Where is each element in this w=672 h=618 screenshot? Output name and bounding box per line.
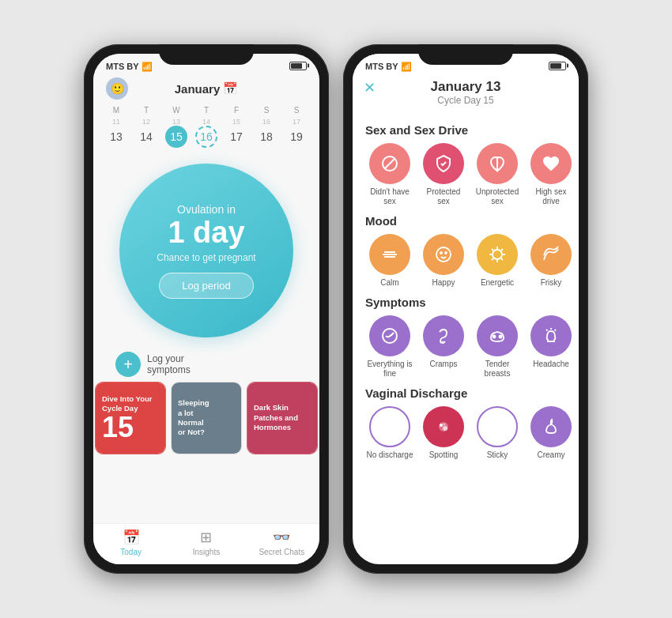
sym-creamy[interactable]: Creamy	[527, 406, 576, 460]
card1-num: 15	[102, 413, 159, 442]
right-screen: MTS BY 📶 ✕ January 13 Cycle Day 15 Sex a…	[353, 54, 579, 564]
insights-icon: ⊞	[200, 529, 212, 546]
sym-sticky[interactable]: Sticky	[473, 406, 522, 460]
right-phone: MTS BY 📶 ✕ January 13 Cycle Day 15 Sex a…	[343, 44, 588, 574]
sym-happy[interactable]: Happy	[419, 234, 468, 288]
svg-point-9	[493, 250, 502, 259]
close-button[interactable]: ✕	[364, 79, 376, 96]
right-header: ✕ January 13 Cycle Day 15	[353, 76, 579, 112]
sym-no-discharge[interactable]: No discharge	[365, 406, 414, 460]
everything-label: Everything isfine	[367, 360, 412, 379]
today-label: Today	[120, 548, 142, 556]
cal-day-19[interactable]: 17 19	[281, 116, 311, 149]
calm-label: Calm	[380, 278, 398, 288]
day-S: S	[251, 106, 281, 115]
svg-line-15	[501, 258, 503, 260]
headache-circle	[530, 315, 572, 356]
spotting-label: Spotting	[429, 450, 459, 460]
sym-unprotected[interactable]: Unprotectedsex	[473, 143, 522, 206]
svg-line-25	[555, 330, 557, 331]
nav-insights[interactable]: ⊞ Insights	[168, 529, 244, 556]
notch-right	[418, 44, 513, 65]
ovul-chance: Chance to get pregnant	[157, 252, 255, 263]
month-label: January	[175, 82, 221, 96]
svg-point-7	[440, 252, 442, 254]
sym-everything-fine[interactable]: Everything isfine	[365, 315, 414, 379]
day-M: M	[101, 106, 131, 115]
section-sex: Sex and Sex Drive	[365, 123, 566, 137]
cal-day-13[interactable]: 11 13	[101, 116, 131, 149]
sticky-label: Sticky	[487, 450, 508, 460]
svg-line-24	[546, 330, 548, 331]
cramps-circle	[423, 315, 464, 356]
sym-energetic[interactable]: Energetic	[473, 234, 522, 288]
day-T: T	[131, 106, 161, 115]
bottom-nav: 📅 Today ⊞ Insights 👓 Secret Chats	[93, 523, 319, 564]
tender-circle	[477, 315, 518, 356]
right-content: Sex and Sex Drive Didn't havesex	[353, 112, 579, 564]
sym-spotting[interactable]: Spotting	[419, 406, 468, 460]
secret-chats-label: Secret Chats	[259, 548, 304, 556]
sym-protected[interactable]: Protectedsex	[419, 143, 468, 206]
calendar-icon: 📅	[223, 81, 238, 96]
card-cycle-day[interactable]: Dive Into YourCycle Day 15	[95, 382, 166, 454]
left-phone: MTS BY 📶 🙂 January 📅 M T W	[84, 44, 329, 574]
battery-icon	[289, 62, 307, 72]
card2-title: Sleepinga lotNormalor Not?	[178, 398, 235, 437]
today-icon: 📅	[123, 529, 140, 546]
ovulation-circle: Ovulation in 1 day Chance to get pregnan…	[119, 164, 293, 337]
ovul-label: Ovulation in	[177, 203, 236, 216]
cal-days-header: M T W T F S S	[101, 106, 311, 115]
everything-circle	[369, 315, 410, 356]
frisky-circle	[530, 234, 572, 275]
avatar[interactable]: 🙂	[106, 77, 128, 100]
unprotected-circle	[477, 143, 518, 184]
cal-day-14[interactable]: 12 14	[131, 116, 161, 149]
card-dark-skin[interactable]: Dark SkinPatches andHormones	[247, 382, 318, 454]
discharge-icons-row: No discharge Spotting	[365, 406, 566, 460]
no-sex-circle	[369, 143, 410, 184]
card3-title: Dark SkinPatches andHormones	[254, 403, 311, 432]
svg-point-6	[436, 247, 451, 262]
cards-row: Dive Into YourCycle Day 15 Sleepinga lot…	[93, 382, 319, 462]
sym-tender-breasts[interactable]: Tenderbreasts	[473, 315, 522, 379]
log-period-button[interactable]: Log period	[159, 273, 253, 299]
cal-day-15-today[interactable]: 13 15	[161, 116, 191, 149]
symptoms-icons-row: Everything isfine Cramps	[365, 315, 566, 379]
right-cycle-day: Cycle Day 15	[365, 95, 566, 106]
section-mood: Mood	[365, 214, 566, 228]
add-symptoms-button[interactable]: +	[115, 352, 141, 377]
sym-frisky[interactable]: Frisky	[527, 234, 576, 288]
card-sleeping[interactable]: Sleepinga lotNormalor Not?	[171, 382, 242, 454]
symptoms-row: + Log yoursymptoms	[106, 347, 307, 382]
main-content: Ovulation in 1 day Chance to get pregnan…	[93, 156, 319, 523]
carrier-text: MTS BY	[106, 62, 139, 71]
protected-circle	[423, 143, 464, 184]
cal-day-17[interactable]: 15 17	[221, 116, 251, 149]
insights-label: Insights	[193, 548, 220, 556]
svg-point-21	[493, 336, 496, 338]
carrier-left: MTS BY 📶	[106, 62, 153, 72]
left-screen: MTS BY 📶 🙂 January 📅 M T W	[93, 54, 319, 564]
unprotected-label: Unprotectedsex	[476, 187, 519, 206]
sym-high-drive[interactable]: High sex drive	[527, 143, 576, 206]
sym-calm[interactable]: Calm	[365, 234, 414, 288]
sym-headache[interactable]: Headache	[527, 315, 576, 379]
svg-point-28	[443, 426, 447, 431]
sym-no-sex[interactable]: Didn't havesex	[365, 143, 414, 206]
section-discharge: Vaginal Discharge	[365, 386, 566, 400]
battery-icon-right	[549, 62, 566, 72]
cal-day-16-outline[interactable]: 14 16	[191, 116, 221, 149]
cal-days-row: 11 13 12 14 13 15 14 16 15 17	[101, 116, 311, 149]
nav-today[interactable]: 📅 Today	[93, 529, 168, 556]
protected-label: Protectedsex	[427, 187, 461, 206]
svg-line-16	[501, 249, 503, 251]
happy-label: Happy	[432, 278, 455, 288]
carrier-text-right: MTS BY	[365, 62, 398, 71]
cal-day-18[interactable]: 16 18	[251, 116, 281, 149]
sym-cramps[interactable]: Cramps	[419, 315, 468, 379]
calm-circle	[369, 234, 410, 275]
svg-line-14	[492, 249, 493, 251]
tender-label: Tenderbreasts	[485, 360, 511, 379]
nav-secret-chats[interactable]: 👓 Secret Chats	[244, 529, 319, 556]
